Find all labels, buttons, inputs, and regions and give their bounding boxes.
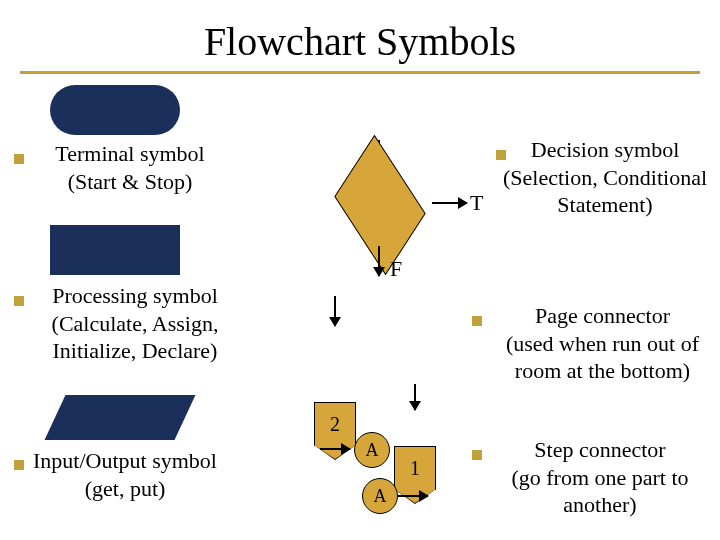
terminal-name: Terminal symbol	[55, 141, 204, 166]
pageconn-desc2: room at the bottom)	[515, 358, 690, 383]
bullet-icon	[14, 296, 24, 306]
stepconn-desc2: another)	[563, 492, 636, 517]
page-title: Flowchart Symbols	[0, 18, 720, 65]
process-caption: Processing symbol (Calculate, Assign, In…	[30, 282, 240, 365]
arrow-out-stepA	[398, 495, 428, 497]
decision-shape	[334, 135, 425, 276]
process-name: Processing symbol	[52, 283, 218, 308]
decision-caption: Decision symbol (Selection, Conditional …	[490, 136, 720, 219]
stepconn-name: Step connector	[534, 437, 665, 462]
arrow-into-stepA	[320, 448, 350, 450]
decision-F: F	[390, 256, 402, 282]
page-connector-2-label: 2	[330, 413, 340, 436]
arrow-false	[378, 246, 380, 276]
bullet-icon	[472, 450, 482, 460]
arrow-out-pg1	[414, 384, 416, 410]
process-shape	[50, 225, 180, 275]
decision-desc2: Statement)	[557, 192, 652, 217]
terminal-shape	[50, 85, 180, 135]
arrow-into-pg2	[334, 296, 336, 326]
arrow-true	[432, 202, 467, 204]
title-underline	[20, 71, 700, 74]
stepconn-desc1: (go from one part to	[511, 465, 688, 490]
terminal-desc: (Start & Stop)	[68, 169, 193, 194]
page-connector-2: 2	[314, 402, 356, 446]
page-connector-1: 1	[394, 446, 436, 490]
step-connector-top-label: A	[366, 440, 379, 461]
io-desc: (get, put)	[85, 476, 166, 501]
pageconn-name: Page connector	[535, 303, 670, 328]
decision-name: Decision symbol	[531, 137, 680, 162]
bullet-icon	[14, 154, 24, 164]
pageconn-caption: Page connector (used when run out of roo…	[490, 302, 715, 385]
pageconn-desc1: (used when run out of	[506, 331, 699, 356]
decision-T: T	[470, 190, 483, 216]
process-desc: (Calculate, Assign, Initialize, Declare)	[52, 311, 219, 364]
io-caption: Input/Output symbol (get, put)	[10, 447, 240, 502]
terminal-caption: Terminal symbol (Start & Stop)	[35, 140, 225, 195]
page-connector-1-label: 1	[410, 457, 420, 480]
stepconn-caption: Step connector (go from one part to anot…	[490, 436, 710, 519]
step-connector-bottom: A	[362, 478, 398, 514]
diamond-wrap	[320, 160, 440, 250]
step-connector-bottom-label: A	[374, 486, 387, 507]
io-name: Input/Output symbol	[33, 448, 217, 473]
bullet-icon	[472, 316, 482, 326]
decision-desc1: (Selection, Conditional	[503, 165, 707, 190]
step-connector-top: A	[354, 432, 390, 468]
io-wrap	[55, 395, 185, 440]
io-shape	[45, 395, 196, 440]
